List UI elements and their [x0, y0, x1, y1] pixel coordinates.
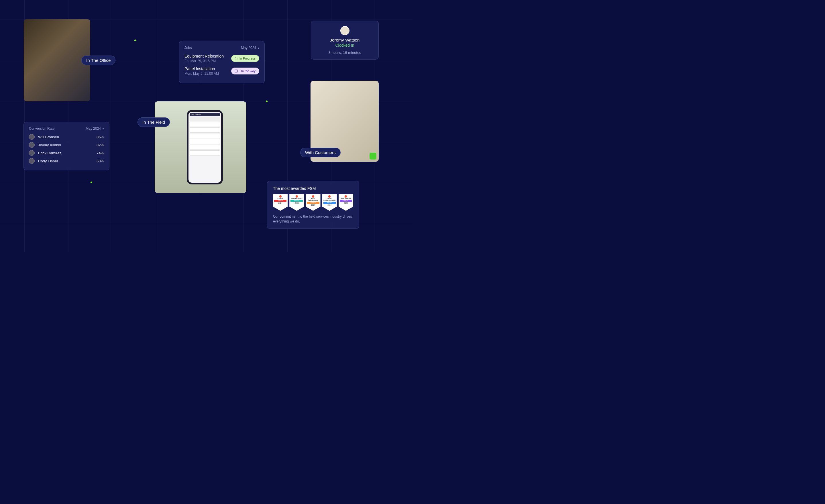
status-label: On the way	[239, 69, 255, 73]
award-year: 2024	[295, 202, 298, 204]
map-pin-icon	[235, 70, 238, 72]
conversion-percent: 82%	[96, 143, 104, 147]
award-year: 2024	[311, 204, 315, 206]
award-badges-row: Leader WINTER 2024 Best Usability WINTER…	[273, 194, 353, 211]
conversion-row: Will Bronsen 86%	[29, 134, 104, 140]
conversion-row: Cody Fisher 60%	[29, 158, 104, 164]
job-title: Equipment Relocation	[184, 54, 224, 59]
award-year: 2024	[279, 202, 282, 204]
awards-card: The most awarded FSM Leader WINTER 2024 …	[267, 181, 359, 229]
decorative-dot	[90, 182, 92, 183]
awards-title: The most awarded FSM	[273, 186, 353, 191]
award-category: Leader	[273, 197, 288, 199]
chevron-down-icon: ▾	[102, 128, 104, 130]
field-photo: Team Schedule	[155, 101, 246, 193]
decorative-dot	[266, 100, 268, 102]
job-row[interactable]: Panel Installation Mon, May 5, 11:00 AM …	[184, 67, 259, 76]
conversion-period-selector[interactable]: May 2024▾	[86, 127, 104, 131]
status-badge-in-progress: In Progress	[231, 55, 259, 62]
spinner-icon	[235, 57, 238, 60]
pill-customers: With Customers	[300, 148, 341, 157]
award-year: 2024	[344, 202, 348, 204]
award-season: WINTER	[291, 200, 303, 202]
award-category: Best Results	[339, 197, 353, 199]
award-season: WINTER	[307, 202, 319, 204]
jobs-period-selector[interactable]: May 2024▾	[241, 46, 259, 50]
award-category: Most Implementable	[322, 197, 337, 201]
award-season: WINTER	[323, 202, 336, 204]
office-photo	[24, 19, 90, 101]
chevron-down-icon: ▾	[258, 47, 259, 50]
conversion-percent: 86%	[96, 135, 104, 139]
avatar	[29, 158, 35, 164]
job-title: Panel Installation	[184, 67, 219, 71]
status-label: In Progress	[239, 57, 255, 60]
conversion-percent: 74%	[96, 151, 104, 155]
conversion-period-label: May 2024	[86, 127, 101, 131]
conversion-percent: 60%	[96, 159, 104, 163]
conversion-row: Jimmy Klinker 82%	[29, 142, 104, 148]
employee-name: Jeremy Watson	[314, 37, 375, 43]
award-badge: Leader WINTER 2024	[273, 194, 288, 211]
award-category: Best Relationship	[306, 197, 320, 201]
jobs-card: Jobs May 2024▾ Equipment Relocation Fri,…	[179, 41, 265, 83]
conversion-rate-card: Conversion Rate May 2024▾ Will Bronsen 8…	[23, 122, 109, 170]
pill-field: In The Field	[138, 117, 170, 127]
phone-mockup: Team Schedule	[187, 110, 223, 184]
clocked-in-card: Jeremy Watson Clocked In 8 hours, 16 min…	[311, 21, 379, 60]
avatar	[29, 142, 35, 148]
job-time: Fri, Mar 29, 3:15 PM	[184, 59, 224, 63]
phone-header: Team Schedule	[190, 113, 220, 116]
employee-name: Jimmy Klinker	[38, 143, 96, 147]
avatar	[340, 26, 350, 35]
jobs-period-label: May 2024	[241, 46, 256, 50]
phone-screen: Team Schedule	[189, 112, 221, 183]
logo-icon	[370, 153, 376, 160]
award-badge: Best Relationship WINTER 2024	[306, 194, 320, 211]
award-badge: Best Results WINTER 2024	[339, 194, 353, 211]
job-row[interactable]: Equipment Relocation Fri, Mar 29, 3:15 P…	[184, 54, 259, 63]
clock-duration: 8 hours, 16 minutes	[314, 51, 375, 55]
award-season: WINTER	[340, 200, 352, 202]
award-season: WINTER	[274, 200, 287, 202]
clock-status: Clocked In	[314, 43, 375, 48]
award-badge: Most Implementable WINTER 2024	[322, 194, 337, 211]
conversion-row: Erick Ramirez 74%	[29, 150, 104, 156]
job-time: Mon, May 5, 11:00 AM	[184, 72, 219, 76]
award-category: Best Usability	[289, 197, 304, 199]
avatar	[29, 134, 35, 140]
award-year: 2024	[328, 204, 331, 206]
conversion-title: Conversion Rate	[29, 127, 55, 131]
employee-name: Erick Ramirez	[38, 151, 96, 155]
awards-description: Our commitment to the field services ind…	[273, 214, 353, 224]
pill-office: In The Office	[81, 56, 116, 65]
status-badge-on-the-way: On the way	[231, 68, 259, 74]
jobs-title: Jobs	[184, 46, 192, 50]
employee-name: Will Bronsen	[38, 135, 96, 139]
avatar	[29, 150, 35, 156]
decorative-dot	[134, 39, 136, 41]
award-badge: Best Usability WINTER 2024	[289, 194, 304, 211]
employee-name: Cody Fisher	[38, 159, 96, 163]
